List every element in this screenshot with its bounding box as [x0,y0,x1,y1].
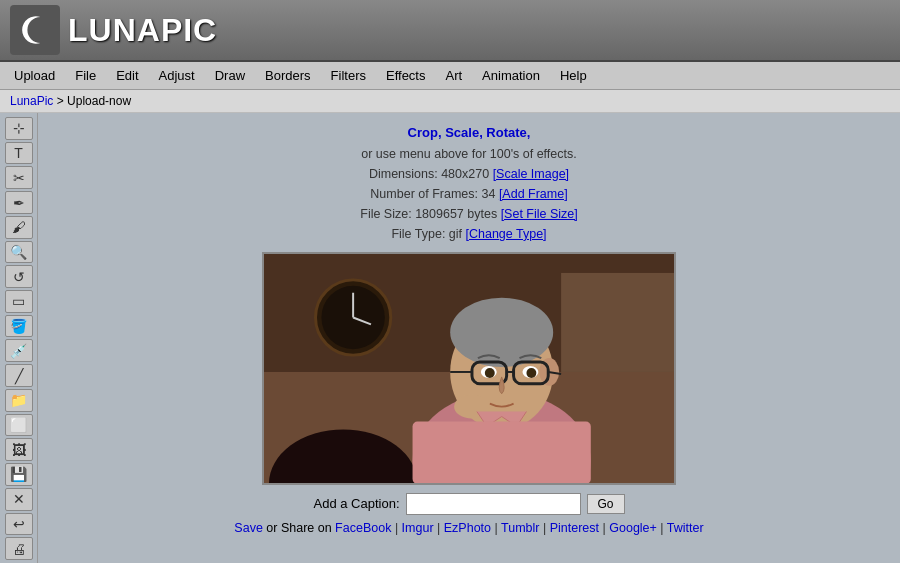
menubar: UploadFileEditAdjustDrawBordersFiltersEf… [0,62,900,90]
facebook-link[interactable]: FaceBook [335,521,391,535]
breadcrumb-page: Upload-now [67,94,131,108]
tool-text[interactable]: T [5,142,33,165]
info-title: Crop, Scale, Rotate, [360,123,578,144]
tool-brush[interactable]: 🖌 [5,216,33,239]
tool-undo[interactable]: ↩ [5,513,33,536]
menu-item-edit[interactable]: Edit [106,64,148,87]
info-frames: Number of Frames: 34 [Add Frame] [360,184,578,204]
tool-scissors[interactable]: ✂ [5,166,33,189]
svg-rect-7 [561,273,674,372]
twitter-link[interactable]: Twitter [667,521,704,535]
logo-area: LUNAPIC [10,5,217,55]
tool-rect[interactable]: ▭ [5,290,33,313]
header: LUNAPIC [0,0,900,62]
svg-point-21 [526,368,536,378]
breadcrumb-home-link[interactable]: LunaPic [10,94,53,108]
image-container [262,252,676,485]
tool-stamp[interactable]: 🖼 [5,438,33,461]
tool-eraser[interactable]: ⬜ [5,414,33,437]
main-layout: ⊹T✂✒🖌🔍↺▭🪣💉╱📁⬜🖼💾✕↩🖨 Crop, Scale, Rotate, … [0,113,900,563]
logo-icon [10,5,60,55]
tool-rotate[interactable]: ↺ [5,265,33,288]
imgur-link[interactable]: Imgur [402,521,434,535]
tumblr-link[interactable]: Tumblr [501,521,539,535]
rotate-link[interactable]: Rotate [486,125,526,140]
dimensions-label: Dimensions: 480x270 [369,167,489,181]
tool-eyedropper[interactable]: 💉 [5,339,33,362]
set-filesize-link[interactable]: [Set File Size] [501,207,578,221]
pinterest-link[interactable]: Pinterest [550,521,599,535]
left-toolbar: ⊹T✂✒🖌🔍↺▭🪣💉╱📁⬜🖼💾✕↩🖨 [0,113,38,563]
tool-folder[interactable]: 📁 [5,389,33,412]
scale-link[interactable]: Scale [445,125,479,140]
info-box: Crop, Scale, Rotate, or use menu above f… [360,123,578,244]
share-or-text: or Share on [263,521,335,535]
tool-line[interactable]: ╱ [5,364,33,387]
crop-link[interactable]: Crop [408,125,438,140]
caption-input[interactable] [406,493,581,515]
scale-image-link[interactable]: [Scale Image] [493,167,569,181]
ezphoto-link[interactable]: EzPhoto [444,521,491,535]
menu-item-effects[interactable]: Effects [376,64,436,87]
filetype-label: File Type: gif [391,227,462,241]
share-row: Save or Share on FaceBook | Imgur | EzPh… [234,521,703,535]
logo-text: LUNAPIC [68,12,217,49]
preview-image [264,252,674,485]
info-dimensions: Dimensions: 480x270 [Scale Image] [360,164,578,184]
menu-item-draw[interactable]: Draw [205,64,255,87]
caption-label: Add a Caption: [313,496,399,511]
tool-paint-bucket[interactable]: 🪣 [5,315,33,338]
go-button[interactable]: Go [587,494,625,514]
add-frame-link[interactable]: [Add Frame] [499,187,568,201]
menu-item-animation[interactable]: Animation [472,64,550,87]
tool-close[interactable]: ✕ [5,488,33,511]
info-filesize: File Size: 1809657 bytes [Set File Size] [360,204,578,224]
info-subtitle: or use menu above for 100's of effects. [360,144,578,164]
menu-item-upload[interactable]: Upload [4,64,65,87]
info-filetype: File Type: gif [Change Type] [360,224,578,244]
menu-item-adjust[interactable]: Adjust [149,64,205,87]
caption-row: Add a Caption: Go [313,493,624,515]
frames-label: Number of Frames: 34 [370,187,495,201]
googleplus-link[interactable]: Google+ [609,521,657,535]
menu-item-file[interactable]: File [65,64,106,87]
svg-point-20 [485,368,495,378]
svg-rect-24 [413,421,591,483]
save-link[interactable]: Save [234,521,263,535]
menu-item-borders[interactable]: Borders [255,64,321,87]
menu-item-filters[interactable]: Filters [321,64,376,87]
content-area: Crop, Scale, Rotate, or use menu above f… [38,113,900,563]
tool-pen[interactable]: ✒ [5,191,33,214]
tool-save[interactable]: 💾 [5,463,33,486]
change-type-link[interactable]: [Change Type] [466,227,547,241]
tool-zoom[interactable]: 🔍 [5,241,33,264]
menu-item-art[interactable]: Art [435,64,472,87]
tool-print[interactable]: 🖨 [5,537,33,560]
breadcrumb-bar: LunaPic > Upload-now [0,90,900,113]
breadcrumb-separator: > [53,94,67,108]
filesize-label: File Size: 1809657 bytes [360,207,497,221]
menu-item-help[interactable]: Help [550,64,597,87]
tool-move[interactable]: ⊹ [5,117,33,140]
